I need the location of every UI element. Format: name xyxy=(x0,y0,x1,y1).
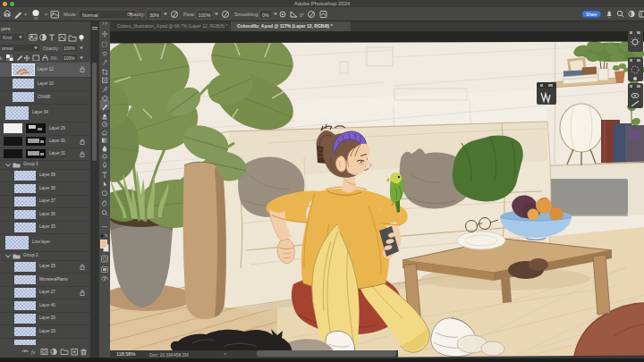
svg-text:Normal: Normal xyxy=(82,13,98,18)
svg-text:Opacity:: Opacity: xyxy=(43,46,59,51)
svg-text:Smoothing:: Smoothing: xyxy=(234,12,259,17)
svg-text:Mode:: Mode: xyxy=(64,12,78,17)
svg-text:Opacity:: Opacity: xyxy=(127,12,146,17)
svg-text:fx: fx xyxy=(31,349,36,355)
svg-text:Kind: Kind xyxy=(3,35,12,40)
svg-text:Flow:: Flow: xyxy=(183,12,196,17)
svg-text:Share: Share xyxy=(586,13,597,17)
svg-text:ormal: ormal xyxy=(2,46,13,51)
svg-text:26: 26 xyxy=(34,16,38,21)
svg-text:Fill:: Fill: xyxy=(51,55,58,61)
svg-text:0%: 0% xyxy=(262,13,269,18)
svg-text:100%: 100% xyxy=(64,46,75,51)
svg-text:100%: 100% xyxy=(64,55,75,61)
svg-text:0°: 0° xyxy=(300,13,304,18)
svg-text:k:: k: xyxy=(0,55,4,61)
svg-text:100%: 100% xyxy=(199,13,211,18)
svg-text:30%: 30% xyxy=(149,13,159,18)
